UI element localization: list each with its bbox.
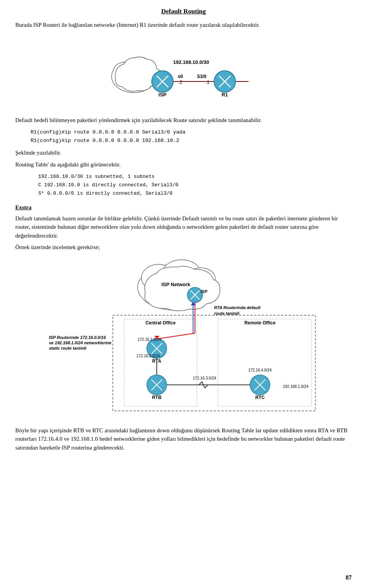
svg-text:RTA Routerinda default: RTA Routerinda default [214,305,261,310]
svg-text:172.16.2.0/24: 172.16.2.0/24 [136,354,160,358]
svg-text:R1: R1 [222,92,228,98]
routing-intro: Routing Table' da aşağıdaki gibi görünec… [15,160,352,169]
svg-text:172.16.3.0/24: 172.16.3.0/24 [193,376,216,380]
svg-text:route tanimli: route tanimli [214,311,240,316]
svg-text:RTB: RTB [152,395,162,400]
svg-text:Remote Office: Remote Office [244,320,276,326]
exstra-title: Exstra [15,203,352,212]
svg-text:172.16.4.0/24: 172.16.4.0/24 [248,368,272,372]
page-number: 87 [346,574,352,581]
svg-text:.1: .1 [206,80,209,85]
svg-text:192.168.10.0/30: 192.168.10.0/30 [173,59,209,65]
routing-line-2: C 192.168.10.0 is directly connected, Se… [38,181,352,189]
svg-text:s0: s0 [178,74,183,79]
ornek-intro: Örnek üzerinde incelemek gerekirse; [15,243,352,252]
routing-line-3: S* 0.0.0.0/0 is directly connected, Seri… [38,189,352,198]
svg-text:192.168.1.0/24: 192.168.1.0/24 [283,384,309,389]
svg-rect-35 [113,315,315,411]
routing-line-1: 192.168.10.0/30 is subnetted, 1 subnets [38,173,352,181]
svg-text:172.16.1.0/24: 172.16.1.0/24 [138,337,161,342]
network-diagram-2: ISP Network ISP Central Office Remote Of… [15,259,352,419]
svg-text:ISP: ISP [201,289,208,294]
code-line-2: R1(config)#ip route 0.0.0.0 0.0.0.0 192.… [31,137,352,145]
code-line-1: R1(config)#ip route 0.0.0.0 0.0.0.0 Seri… [31,128,352,137]
svg-text:ISP Network: ISP Network [161,282,190,287]
svg-text:ISP: ISP [159,92,167,98]
svg-text:S3/0: S3/0 [197,74,206,79]
svg-text:RTC: RTC [255,395,265,400]
para1: Default hedefi bilinmeyen paketleri yönl… [15,116,352,125]
network-diagram-1: ISP R1 192.168.10.0/30 s0 .2 S3/0 .1 [15,36,352,109]
seklinde-text: Şeklinde yazılabilir. [15,148,352,157]
svg-text:ISP Routerinde 172.16.0.0/16: ISP Routerinde 172.16.0.0/16 [49,335,106,340]
svg-text:static route tanimli: static route tanimli [49,346,87,350]
final-paragraph: Böyle bir yapı içerişinde RTB ve RTC ara… [15,426,352,452]
intro-paragraph: Burada ISP Routeri ile bağlanılan networ… [15,21,352,29]
exstra-paragraph: Default tanımlamak bazen sorunlar ile bi… [15,214,352,240]
svg-text:ve 192.168.1.0/24 networklerin: ve 192.168.1.0/24 networklerine [49,340,111,345]
page-title: Default Routing [15,8,352,15]
svg-text:.2: .2 [179,80,182,85]
svg-text:Central Office: Central Office [146,320,176,326]
